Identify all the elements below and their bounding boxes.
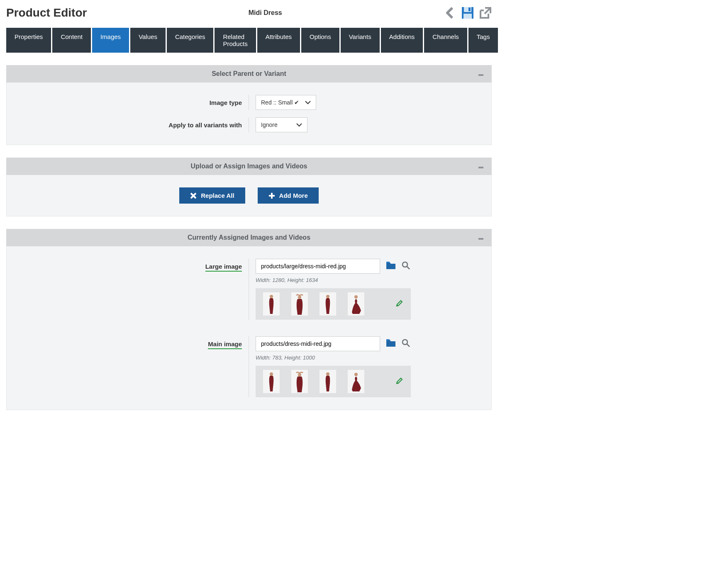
save-icon (461, 7, 474, 19)
panel-header[interactable]: Currently Assigned Images and Videos (6, 229, 492, 246)
svg-point-8 (402, 262, 407, 267)
preview-button[interactable] (402, 261, 410, 271)
panel-header[interactable]: Select Parent or Variant (6, 65, 492, 83)
svg-point-12 (354, 295, 358, 299)
chevron-down-icon (305, 99, 311, 106)
thumbnail[interactable] (263, 292, 280, 316)
browse-folder-button[interactable] (386, 261, 396, 271)
image-type-label: Image type (15, 95, 249, 110)
panel-title: Select Parent or Variant (15, 70, 483, 78)
tab-channels[interactable]: Channels (424, 28, 468, 53)
thumbnail[interactable] (263, 370, 280, 393)
thumbnail[interactable] (291, 292, 308, 316)
panel-select-parent-variant: Select Parent or Variant Image type Red … (6, 65, 492, 145)
panel-body: Replace All Add More (6, 175, 492, 216)
button-label: Add More (279, 192, 308, 199)
thumbnail[interactable] (291, 370, 308, 393)
tab-content[interactable]: Content (52, 28, 92, 53)
pencil-icon (396, 299, 403, 307)
product-name: Midi Dress (87, 9, 444, 17)
tab-values[interactable]: Values (130, 28, 167, 53)
image-row-large: Large image Width: 1280, Height: 1634 (15, 259, 483, 320)
main-image-label: Main image (208, 340, 242, 349)
apply-variants-label: Apply to all variants with (15, 117, 249, 132)
folder-icon (386, 339, 396, 347)
tab-tags[interactable]: Tags (468, 28, 498, 53)
svg-point-11 (326, 295, 329, 298)
svg-point-9 (270, 295, 273, 298)
large-image-label: Large image (205, 263, 242, 272)
tab-variants[interactable]: Variants (341, 28, 381, 53)
tab-categories[interactable]: Categories (167, 28, 215, 53)
minus-icon (478, 74, 483, 76)
panel-collapse-button[interactable] (478, 70, 483, 78)
plus-icon (268, 192, 275, 199)
image-type-select[interactable]: Red :: Small ✔ (256, 95, 316, 110)
tabs-bar: Properties Content Images Values Categor… (6, 28, 492, 53)
dress-thumbnail-icon (349, 294, 363, 316)
tab-related-products[interactable]: Related Products (215, 28, 257, 53)
tab-options[interactable]: Options (301, 28, 341, 53)
tab-attributes[interactable]: Attributes (257, 28, 301, 53)
main-image-dimensions: Width: 783, Height: 1000 (256, 355, 483, 361)
minus-icon (478, 167, 483, 168)
panel-upload-assign: Upload or Assign Images and Videos Repla… (6, 158, 492, 216)
panel-collapse-button[interactable] (478, 234, 483, 241)
svg-point-17 (354, 373, 358, 376)
select-value: Ignore (261, 121, 278, 128)
image-row-main: Main image Width: 783, Height: 1000 (15, 336, 483, 397)
dress-thumbnail-icon (320, 294, 335, 316)
panel-header[interactable]: Upload or Assign Images and Videos (6, 158, 492, 175)
thumbnail[interactable] (320, 370, 336, 393)
replace-all-button[interactable]: Replace All (179, 187, 245, 204)
large-image-thumbnails (256, 288, 411, 320)
edit-thumbnails-button[interactable] (396, 377, 403, 386)
large-image-dimensions: Width: 1280, Height: 1634 (256, 277, 483, 283)
svg-rect-2 (468, 7, 471, 11)
page-title: Product Editor (6, 6, 87, 19)
dress-thumbnail-icon (349, 372, 363, 393)
back-button[interactable] (444, 6, 457, 19)
add-more-button[interactable]: Add More (258, 187, 319, 204)
folder-icon (386, 261, 396, 270)
large-image-path-input[interactable] (256, 259, 380, 274)
dress-thumbnail-icon (292, 294, 307, 316)
panel-body: Large image Width: 1280, Height: 1634 (6, 246, 492, 410)
form-row-image-type: Image type Red :: Small ✔ (15, 95, 483, 110)
select-value: Red :: Small ✔ (261, 99, 299, 106)
dress-thumbnail-icon (292, 372, 307, 393)
tab-properties[interactable]: Properties (6, 28, 52, 53)
edit-thumbnails-button[interactable] (396, 299, 403, 309)
svg-point-16 (326, 372, 329, 376)
tab-additions[interactable]: Additions (381, 28, 424, 53)
open-external-button[interactable] (478, 6, 492, 19)
preview-button[interactable] (402, 339, 410, 349)
header: Product Editor Midi Dress (6, 6, 492, 19)
svg-rect-7 (478, 238, 483, 240)
svg-rect-5 (478, 74, 483, 76)
form-row-apply-variants: Apply to all variants with Ignore (15, 117, 483, 132)
close-icon (190, 192, 197, 199)
panel-collapse-button[interactable] (478, 163, 483, 170)
save-button[interactable] (461, 6, 474, 19)
button-label: Replace All (201, 192, 234, 199)
main-image-thumbnails (256, 366, 411, 397)
pencil-icon (396, 377, 403, 384)
minus-icon (478, 238, 483, 240)
chevron-left-icon (446, 7, 454, 19)
panel-body: Image type Red :: Small ✔ Apply to all v… (6, 83, 492, 145)
thumbnail[interactable] (348, 292, 364, 316)
svg-point-13 (402, 340, 407, 345)
browse-folder-button[interactable] (386, 339, 396, 349)
thumbnail[interactable] (348, 370, 364, 393)
panel-title: Currently Assigned Images and Videos (15, 234, 483, 241)
main-image-path-input[interactable] (256, 336, 380, 351)
header-actions (444, 6, 492, 19)
magnify-icon (402, 339, 410, 347)
tab-images[interactable]: Images (92, 28, 130, 53)
apply-variants-select[interactable]: Ignore (256, 117, 307, 132)
dress-thumbnail-icon (264, 372, 279, 393)
magnify-icon (402, 261, 410, 270)
svg-rect-6 (478, 167, 483, 168)
thumbnail[interactable] (320, 292, 336, 316)
